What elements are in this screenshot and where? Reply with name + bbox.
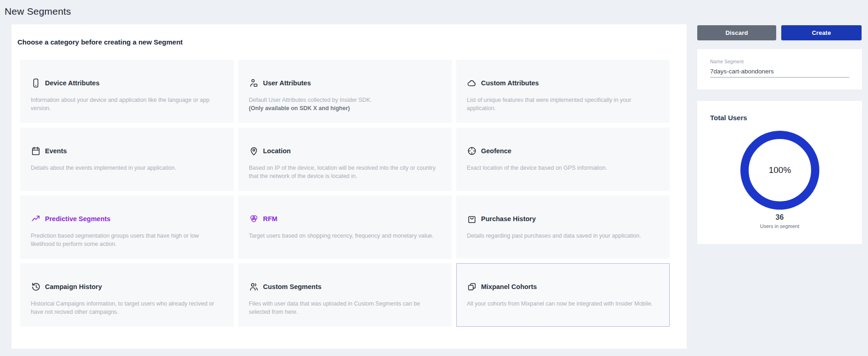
card-description: Target users based on shopping recency, … [249,232,440,240]
calendar-icon [31,146,41,156]
card-campaign-history[interactable]: Campaign History Historical Campaigns in… [20,263,234,327]
card-title: Custom Segments [263,283,321,290]
total-users-donut-chart: 100% [736,127,823,214]
user-device-icon [249,78,259,88]
card-title: Events [45,147,67,155]
card-title: Device Attributes [45,79,100,87]
card-title: Location [263,147,291,155]
card-description: Default User Attributes collected by Ins… [249,96,440,112]
card-description: Details about the events implemented in … [31,164,222,172]
card-header: Geofence [467,145,658,156]
card-header: User Attributes [249,78,440,89]
venn-diagram-icon [249,214,259,224]
card-purchase-history[interactable]: Purchase History Details regarding past … [456,195,670,259]
card-header: Purchase History [467,213,658,224]
card-description: Details regarding past purchases and dat… [467,232,658,240]
shopping-bag-icon [467,214,477,224]
create-button[interactable]: Create [781,25,862,40]
card-title: Purchase History [481,215,536,222]
card-description: Exact location of the device based on GP… [467,164,658,172]
panel-heading: Choose a category before creating a new … [17,38,183,46]
card-header: RFM [249,213,440,224]
card-events[interactable]: Events Details about the events implemen… [20,128,234,191]
card-custom-segments[interactable]: Custom Segments Files with user data tha… [238,263,452,327]
trending-up-icon [31,214,41,224]
card-title: RFM [263,215,277,222]
name-segment-label: Name Segment [710,59,744,64]
card-description-note: (Only available on SDK X and higher) [249,104,440,112]
card-description: Information about your device and applic… [31,96,222,112]
map-pin-icon [249,146,259,156]
card-header: Predictive Segments [31,213,222,224]
donut-percent-label: 100% [736,127,823,214]
card-header: Location [249,145,440,156]
cohort-squares-icon [467,282,477,292]
card-title: Mixpanel Cohorts [481,283,537,290]
card-mixpanel-cohorts[interactable]: Mixpanel Cohorts All your cohorts from M… [456,263,670,327]
card-user-attributes[interactable]: User Attributes Default User Attributes … [238,60,452,123]
name-segment-card: Name Segment [697,49,862,89]
card-description: Historical Campaigns information, to tar… [31,300,222,316]
card-custom-attributes[interactable]: Custom Attributes List of unique feature… [456,60,670,123]
card-header: Custom Segments [249,281,440,292]
card-predictive-segments[interactable]: Predictive Segments Prediction based seg… [20,195,234,259]
history-clock-icon [31,282,41,292]
card-header: Device Attributes [31,78,222,89]
card-geofence[interactable]: Geofence Exact location of the device ba… [456,128,670,191]
card-description: Based on IP of the device, location will… [249,164,440,180]
users-in-segment-count: 36 [697,213,862,222]
users-in-segment-caption: Users in segment [697,223,862,229]
total-users-card: Total Users 100% 36 Users in segment [697,101,862,244]
card-title: Campaign History [45,283,102,290]
card-title: Custom Attributes [481,79,539,87]
page-title: New Segments [5,6,71,17]
category-panel: Choose a category before creating a new … [11,24,687,349]
geofence-icon [467,146,477,156]
card-title: Predictive Segments [45,215,111,222]
users-icon [249,282,259,292]
card-header: Mixpanel Cohorts [467,281,658,292]
name-segment-input[interactable] [710,66,849,78]
card-title: User Attributes [263,79,311,87]
discard-button[interactable]: Discard [697,25,776,40]
card-title: Geofence [481,147,511,155]
card-header: Custom Attributes [467,78,658,89]
total-users-title: Total Users [710,114,747,122]
card-rfm[interactable]: RFM Target users based on shopping recen… [238,195,452,259]
card-header: Events [31,145,222,156]
card-description: List of unique features that were implem… [467,96,658,112]
cloud-icon [467,78,477,88]
card-location[interactable]: Location Based on IP of the device, loca… [238,128,452,191]
card-device-attributes[interactable]: Device Attributes Information about your… [20,60,234,123]
card-description: Files with user data that was uploaded i… [249,300,440,316]
category-card-grid: Device Attributes Information about your… [20,60,670,327]
smartphone-icon [31,78,41,88]
card-header: Campaign History [31,281,222,292]
card-description: Prediction based segmentation groups use… [31,232,222,248]
card-description: All your cohorts from Mixpanel can now b… [467,300,658,308]
